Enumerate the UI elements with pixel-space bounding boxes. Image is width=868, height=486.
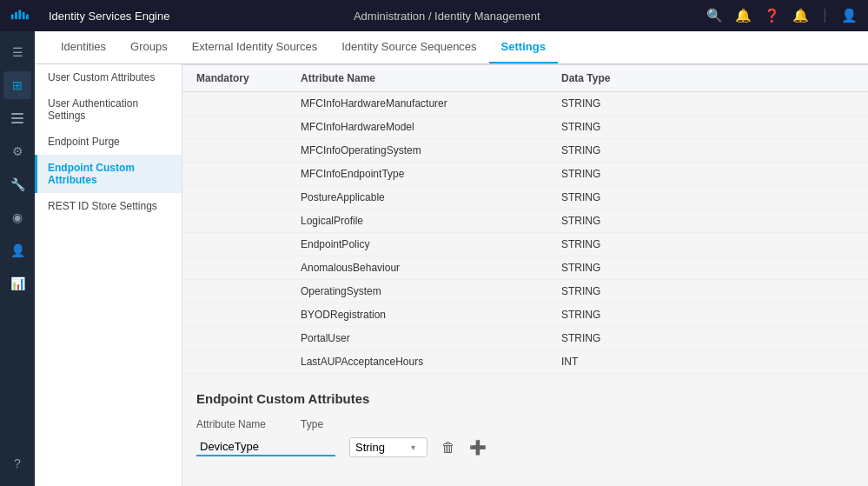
svg-rect-6 — [11, 117, 23, 119]
attributes-table: Mandatory Attribute Name Data Type MFCIn… — [182, 64, 868, 374]
cell-data-type: STRING — [547, 186, 868, 210]
page-title: Administration / Identity Management — [187, 10, 706, 23]
tab-identity-source-sequences[interactable]: Identity Source Sequences — [329, 31, 488, 63]
main-layout: ☰ ⊞ ⚙ 🔧 ◉ 👤 📊 ? Identities Groups Extern… — [0, 31, 868, 486]
cell-data-type: STRING — [547, 116, 868, 139]
table-row: LastAUPAcceptanceHours INT — [182, 350, 868, 374]
icon-sidebar: ☰ ⊞ ⚙ 🔧 ◉ 👤 📊 ? — [0, 31, 35, 486]
cell-mandatory — [182, 92, 287, 116]
table-row: PostureApplicable STRING — [182, 186, 868, 210]
cell-data-type: INT — [547, 350, 868, 374]
notifications-icon[interactable]: 🔔 — [735, 8, 752, 23]
svg-rect-2 — [18, 10, 21, 20]
tab-identities[interactable]: Identities — [49, 31, 118, 63]
divider — [825, 9, 825, 23]
cell-attribute-name: LastAUPAcceptanceHours — [287, 350, 547, 374]
cell-attribute-name: EndpointPolicy — [287, 233, 547, 256]
table-row: BYODRegistration STRING — [182, 303, 868, 327]
sidebar-nav-users[interactable]: 👤 — [3, 236, 31, 264]
left-nav-user-custom-attributes[interactable]: User Custom Attributes — [35, 64, 182, 90]
sidebar-nav-chart[interactable]: 📊 — [3, 270, 31, 297]
cell-mandatory — [182, 303, 287, 327]
col-header-name: Attribute Name — [287, 65, 547, 92]
eca-title: Endpoint Custom Attributes — [196, 391, 854, 406]
sidebar-nav-gear[interactable]: ⚙ — [3, 137, 31, 165]
left-nav-rest-id-store[interactable]: REST ID Store Settings — [35, 193, 182, 219]
cell-data-type: STRING — [547, 327, 868, 350]
table-row: MFCInfoOperatingSystem STRING — [182, 139, 868, 163]
col-header-mandatory: Mandatory — [182, 65, 287, 92]
left-nav-user-auth-settings[interactable]: User Authentication Settings — [35, 90, 182, 129]
eca-type-select[interactable]: String Integer Boolean Float Long IP Dat… — [355, 441, 407, 454]
svg-rect-7 — [11, 122, 23, 123]
cell-data-type: STRING — [547, 233, 868, 256]
cell-attribute-name: PortalUser — [287, 327, 547, 350]
cell-mandatory — [182, 350, 287, 374]
cell-data-type: STRING — [547, 280, 868, 303]
table-row: OperatingSystem STRING — [182, 280, 868, 303]
delete-icon[interactable]: 🗑 — [441, 440, 455, 456]
cell-mandatory — [182, 327, 287, 350]
top-bar-actions: 🔍 🔔 ❓ 🔔 👤 — [706, 8, 858, 23]
table-row: MFCInfoHardwareManufacturer STRING — [182, 92, 868, 116]
cell-mandatory — [182, 186, 287, 210]
cisco-logo-icon — [10, 8, 42, 23]
app-title: Identity Services Engine — [49, 10, 169, 23]
eca-col-type-label: Type — [301, 418, 323, 434]
cell-data-type: STRING — [547, 163, 868, 186]
sidebar-nav-home[interactable]: ⊞ — [3, 71, 31, 99]
tab-external-identity-sources[interactable]: External Identity Sources — [180, 31, 330, 63]
eca-type-select-wrapper[interactable]: String Integer Boolean Float Long IP Dat… — [349, 437, 427, 457]
eca-input-wrapper — [196, 438, 335, 456]
svg-rect-3 — [23, 12, 25, 20]
content-body: Mandatory Attribute Name Data Type MFCIn… — [182, 64, 868, 486]
table-row: AnomalousBehaviour STRING — [182, 256, 868, 280]
cell-mandatory — [182, 139, 287, 163]
cell-mandatory — [182, 233, 287, 256]
eca-attribute-name-input[interactable] — [196, 438, 335, 456]
cell-data-type: STRING — [547, 139, 868, 163]
table-row: MFCInfoHardwareModel STRING — [182, 116, 868, 139]
cell-mandatory — [182, 280, 287, 303]
table-row: EndpointPolicy STRING — [182, 233, 868, 256]
col-header-type: Data Type — [547, 65, 868, 92]
alerts-icon[interactable]: 🔔 — [792, 8, 809, 23]
search-icon[interactable]: 🔍 — [706, 8, 723, 23]
tab-groups[interactable]: Groups — [118, 31, 180, 63]
cell-data-type: STRING — [547, 210, 868, 233]
sidebar-nav-tools[interactable]: 🔧 — [3, 170, 31, 198]
cell-mandatory — [182, 210, 287, 233]
cell-attribute-name: OperatingSystem — [287, 280, 547, 303]
cell-data-type: STRING — [547, 256, 868, 280]
help-icon[interactable]: ❓ — [764, 8, 780, 23]
sidebar-nav-help[interactable]: ? — [3, 449, 31, 477]
eca-col-attr-label: Attribute Name — [196, 418, 266, 434]
tab-settings[interactable]: Settings — [489, 31, 558, 63]
top-bar: Identity Services Engine Administration … — [0, 0, 868, 31]
left-nav-endpoint-custom-attributes[interactable]: Endpoint Custom Attributes — [35, 155, 182, 193]
content-area: Mandatory Attribute Name Data Type MFCIn… — [182, 64, 868, 486]
app-logo: Identity Services Engine — [10, 8, 169, 23]
eca-section: Endpoint Custom Attributes Attribute Nam… — [182, 374, 868, 486]
cell-attribute-name: MFCInfoHardwareModel — [287, 116, 547, 139]
sidebar-nav-menu[interactable]: ☰ — [3, 38, 31, 66]
svg-rect-4 — [26, 15, 29, 20]
cell-attribute-name: LogicalProfile — [287, 210, 547, 233]
cell-attribute-name: BYODRegistration — [287, 303, 547, 327]
table-row: LogicalProfile STRING — [182, 210, 868, 233]
cell-data-type: STRING — [547, 92, 868, 116]
cell-attribute-name: MFCInfoHardwareManufacturer — [287, 92, 547, 116]
user-icon[interactable]: 👤 — [841, 8, 858, 23]
svg-rect-1 — [15, 12, 17, 20]
left-nav-endpoint-purge[interactable]: Endpoint Purge — [35, 129, 182, 155]
sidebar-nav-list[interactable] — [3, 104, 31, 132]
svg-rect-0 — [11, 15, 14, 20]
add-icon[interactable]: ➕ — [469, 439, 487, 456]
cell-data-type: STRING — [547, 303, 868, 327]
cell-mandatory — [182, 256, 287, 280]
sidebar-nav-network[interactable]: ◉ — [3, 203, 31, 231]
eca-form: String Integer Boolean Float Long IP Dat… — [196, 437, 854, 457]
left-nav: User Custom Attributes User Authenticati… — [35, 64, 182, 486]
cell-attribute-name: MFCInfoOperatingSystem — [287, 139, 547, 163]
tab-bar: Identities Groups External Identity Sour… — [35, 31, 868, 64]
